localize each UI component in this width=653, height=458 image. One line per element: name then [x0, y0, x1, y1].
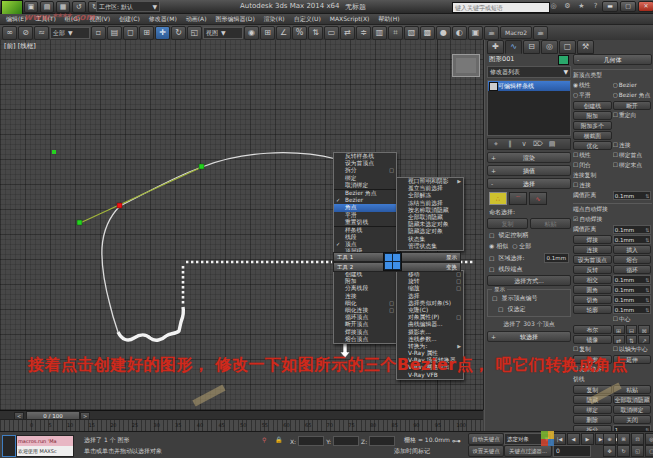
- quad-menu-item[interactable]: 线段: [334, 234, 396, 241]
- select-object-icon[interactable]: ▫: [91, 26, 106, 40]
- percent-snap-toggle-icon[interactable]: %: [292, 26, 307, 40]
- linear-checkbox[interactable]: ☐线性: [573, 151, 612, 160]
- mirror-vertical-icon[interactable]: ⇅: [626, 335, 638, 344]
- quad-menu-item[interactable]: 连线参数...: [397, 336, 463, 343]
- segment-subobject-icon[interactable]: ⌒: [509, 192, 527, 205]
- maximize-button[interactable]: ▢: [620, 1, 636, 12]
- quad-menu-item[interactable]: 冻结当前选择: [397, 200, 463, 207]
- connect-copy-threshold-spinner[interactable]: 0.1mm⇅: [613, 191, 652, 200]
- mirror-copy-checkbox[interactable]: ☐复制: [573, 345, 612, 354]
- boolean-subtract-icon[interactable]: ⊟: [626, 325, 638, 334]
- layer-manager-icon[interactable]: ▥: [372, 26, 387, 40]
- make-first-button[interactable]: 设为首顶点: [573, 255, 612, 264]
- zoom-icon[interactable]: ⊕: [603, 433, 616, 445]
- set-key-icon[interactable]: ⊶: [452, 436, 461, 446]
- configure-modifier-sets-icon[interactable]: ▤: [546, 139, 558, 149]
- y-field[interactable]: [333, 436, 359, 446]
- unhide-all-button[interactable]: 全部取消隐藏: [613, 395, 652, 404]
- connect-copy-threshold-label[interactable]: 阈值距离: [573, 191, 612, 200]
- connect-button[interactable]: 连接: [573, 245, 612, 254]
- schematic-view-icon[interactable]: ▩: [420, 26, 435, 40]
- snaps-toggle-icon[interactable]: ⊞: [260, 26, 275, 40]
- object-name[interactable]: 图形001: [487, 54, 571, 64]
- outline-spinner[interactable]: 0.1mm⇅: [613, 305, 652, 314]
- selection-lock-icon[interactable]: 🔒: [275, 436, 283, 443]
- cross-insert-button[interactable]: 相交: [573, 275, 612, 284]
- rollout-interpolation[interactable]: +插值: [487, 165, 571, 176]
- z-field[interactable]: [369, 436, 395, 446]
- quad-menu-item[interactable]: 全部解冻: [397, 192, 463, 199]
- spline-subobject-icon[interactable]: ∿: [529, 192, 547, 205]
- menu-item[interactable]: 创建(C): [119, 14, 140, 24]
- quad-menu-item[interactable]: 创建线: [334, 271, 396, 278]
- closed-checkbox[interactable]: ☐闭合: [573, 161, 612, 170]
- display-tab-icon[interactable]: ▢: [559, 40, 576, 54]
- menu-item[interactable]: 图形编辑器(D): [216, 14, 255, 24]
- connect-copy-group[interactable]: 连接复制: [573, 171, 652, 180]
- orbit-icon[interactable]: ↻: [617, 445, 630, 457]
- modify-tab-icon[interactable]: ∿: [505, 40, 522, 54]
- communication-center-icon[interactable]: ⚙: [562, 1, 573, 11]
- geometry-control[interactable]: [573, 315, 612, 324]
- bind-to-space-warp-icon[interactable]: ≈: [34, 26, 49, 40]
- delete-button[interactable]: 删除: [573, 415, 612, 424]
- vertex-subobject-icon[interactable]: ∴: [489, 192, 507, 205]
- automatic-welding-checkbox[interactable]: ☑自动焊接: [573, 215, 652, 224]
- quad-menu-item[interactable]: 断开顶点: [334, 321, 396, 328]
- mirror-horizontal-icon[interactable]: ⇄: [613, 335, 625, 344]
- rendered-frame-window-icon[interactable]: ▣: [468, 26, 483, 40]
- quad-menu-item[interactable]: 隐藏选定对象: [397, 228, 463, 235]
- minimize-button[interactable]: ▬: [602, 1, 618, 12]
- quad-menu-item[interactable]: 重置切线: [334, 219, 396, 226]
- maxscript-mini-listener[interactable]: macros.run 'Ma 欢迎使用 MAXSc: [16, 435, 74, 457]
- new-vertex-type-group[interactable]: 新顶点类型: [573, 69, 652, 80]
- maximize-viewport-icon[interactable]: ▢: [645, 445, 653, 457]
- menu-item[interactable]: MAXScript(X): [330, 14, 370, 24]
- selected-only-checkbox[interactable]: ☐仅选定: [490, 305, 570, 314]
- copy-selection-button[interactable]: 复制: [487, 218, 528, 229]
- attach-button[interactable]: 附加: [573, 111, 612, 120]
- search-icon[interactable]: ◎: [548, 1, 559, 11]
- chamfer-button[interactable]: 切角: [573, 295, 612, 304]
- segment-end-checkbox[interactable]: ☐线段端点: [487, 265, 571, 274]
- geometry-control[interactable]: [613, 131, 652, 140]
- align-icon[interactable]: ≑: [356, 26, 371, 40]
- select-by-button[interactable]: 选择方式...: [487, 275, 571, 286]
- show-vertex-numbers-checkbox[interactable]: ☐显示顶点编号: [490, 294, 570, 303]
- outline-button[interactable]: 轮廓: [573, 305, 612, 314]
- unlink-selection-icon[interactable]: ⊘: [18, 26, 33, 40]
- quad-menu-item[interactable]: 转换为:▶: [397, 343, 463, 350]
- quad-menu-item[interactable]: 按名称取消隐藏: [397, 207, 463, 214]
- insert-button[interactable]: 插入: [613, 245, 652, 254]
- paste-selection-button[interactable]: 粘贴: [530, 218, 571, 229]
- window-crossing-icon[interactable]: ⊞: [139, 26, 154, 40]
- app-logo-icon[interactable]: [1, 0, 23, 15]
- rollout-selection[interactable]: -选择: [487, 178, 571, 189]
- boolean-union-icon[interactable]: ⊞: [613, 325, 625, 334]
- material-editor-icon[interactable]: ●: [436, 26, 451, 40]
- quad-menu-item[interactable]: 设为首顶点: [334, 160, 396, 167]
- refine-button[interactable]: 优化: [573, 141, 612, 150]
- modifier-list-dropdown[interactable]: 修改器列表 ▼: [487, 66, 571, 78]
- refine-connect-checkbox[interactable]: ☐连接: [613, 141, 652, 150]
- bind-button[interactable]: 绑定: [573, 405, 612, 414]
- bind-first-checkbox[interactable]: ☐绑定首点: [613, 151, 652, 160]
- reorient-checkbox[interactable]: ☐重定向: [613, 111, 652, 120]
- radio-bezier[interactable]: ○Bezier: [613, 81, 652, 90]
- hierarchy-tab-icon[interactable]: ⊟: [523, 40, 540, 54]
- quad-menu-item[interactable]: 缩放□: [397, 285, 463, 292]
- render-production-icon[interactable]: ☕: [484, 26, 499, 40]
- fov-icon[interactable]: ◎: [645, 433, 653, 445]
- make-unique-icon[interactable]: ∨: [518, 139, 530, 149]
- create-line-button[interactable]: 创建线: [573, 101, 612, 110]
- boolean-button[interactable]: 布尔: [573, 325, 612, 334]
- quad-menu-item[interactable]: 细化□: [334, 300, 396, 307]
- quad-menu-item[interactable]: 角点: [334, 204, 396, 211]
- close-button[interactable]: 关闭: [613, 415, 652, 424]
- quad-menu-item[interactable]: ✓顶点: [334, 241, 396, 248]
- quad-menu-item[interactable]: 分离线段: [334, 285, 396, 292]
- bind-last-checkbox[interactable]: ☐绑定末点: [613, 161, 652, 170]
- favorites-icon[interactable]: ★: [576, 1, 587, 11]
- mirror-both-icon[interactable]: ↗: [638, 335, 650, 344]
- weld-spinner[interactable]: 0.1mm⇅: [613, 235, 652, 244]
